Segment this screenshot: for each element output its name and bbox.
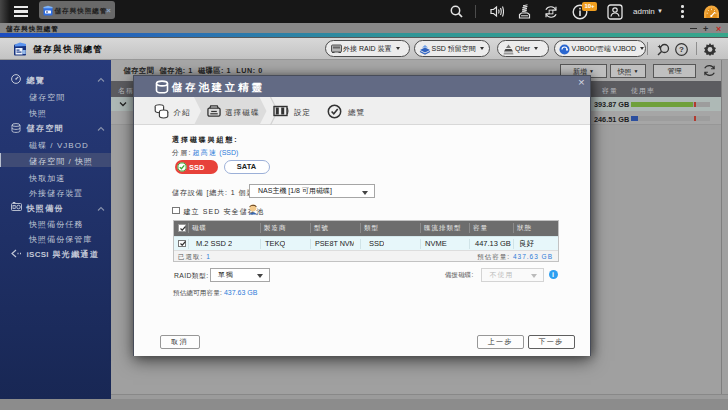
svg-text:?: ?: [679, 45, 684, 54]
